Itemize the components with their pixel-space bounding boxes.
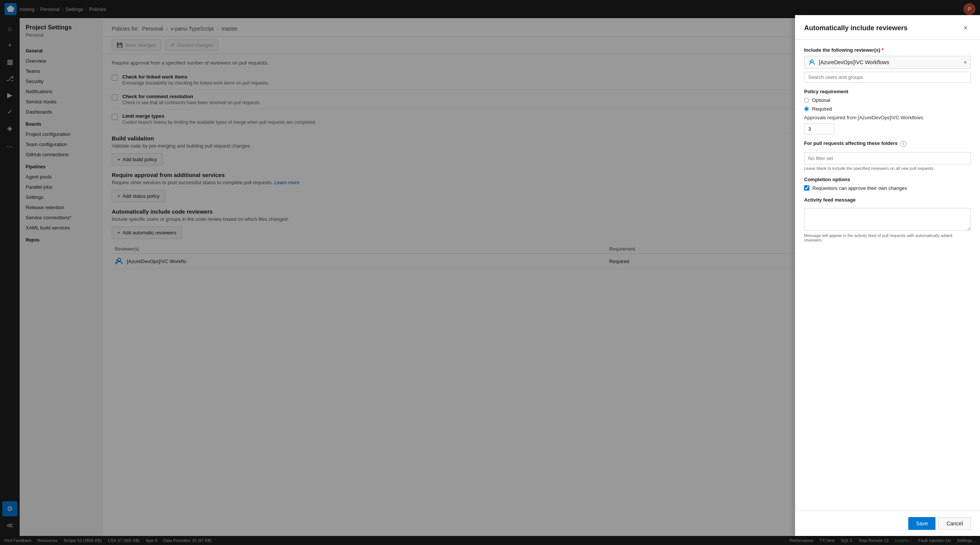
radio-optional-input[interactable] xyxy=(804,98,809,103)
folder-filter-input[interactable] xyxy=(804,152,971,165)
search-users-input[interactable] xyxy=(804,72,971,83)
svg-point-3 xyxy=(809,61,810,62)
approvals-input[interactable] xyxy=(804,124,834,134)
completion-options-group: Completion options Requestors can approv… xyxy=(804,176,971,191)
reviewer-tag-name: [AzureDevOps]\VC Workflows xyxy=(819,59,889,65)
reviewer-field-label: Include the following reviewer(s) * xyxy=(804,47,971,53)
activity-feed-group: Activity feed message Message will appea… xyxy=(804,197,971,242)
approvals-label: Approvals required from [AzureDevOps]\VC… xyxy=(804,115,971,121)
radio-required-input[interactable] xyxy=(804,106,809,111)
modal-footer: Save Cancel xyxy=(795,511,980,536)
reviewer-field-group: Include the following reviewer(s) * [Azu… xyxy=(804,47,971,83)
completion-checkbox-item[interactable]: Requestors can approve their own changes xyxy=(804,185,971,191)
folder-info-icon[interactable]: i xyxy=(900,141,907,147)
folder-filter-label: For pull requests affecting these folder… xyxy=(804,140,971,147)
activity-hint: Message will appear in the activity feed… xyxy=(804,233,971,242)
save-button[interactable]: Save xyxy=(908,517,935,530)
modal-close-button[interactable]: × xyxy=(960,23,971,33)
modal-title: Automatically include reviewers xyxy=(804,24,907,32)
radio-required[interactable]: Required xyxy=(804,106,971,112)
reviewer-tag-remove-button[interactable]: × xyxy=(964,59,967,65)
activity-feed-label: Activity feed message xyxy=(804,197,971,203)
modal-body: Include the following reviewer(s) * [Azu… xyxy=(795,40,980,511)
policy-requirement-group: Policy requirement Optional Required App… xyxy=(804,89,971,134)
modal-header: Automatically include reviewers × xyxy=(795,15,980,40)
policy-requirement-label: Policy requirement xyxy=(804,89,971,94)
radio-optional[interactable]: Optional xyxy=(804,97,971,103)
folder-filter-group: For pull requests affecting these folder… xyxy=(804,140,971,171)
radio-group: Optional Required xyxy=(804,97,971,112)
modal: Automatically include reviewers × Includ… xyxy=(795,15,980,536)
completion-checkbox-label: Requestors can approve their own changes xyxy=(812,185,907,191)
completion-checkbox[interactable] xyxy=(804,185,809,191)
completion-options-label: Completion options xyxy=(804,176,971,182)
reviewer-tag: [AzureDevOps]\VC Workflows × xyxy=(804,56,971,69)
svg-point-2 xyxy=(811,60,813,62)
activity-feed-textarea[interactable] xyxy=(804,208,971,230)
folder-hint: Leave blank to include the specified rev… xyxy=(804,166,971,171)
reviewer-tag-icon xyxy=(808,59,816,66)
cancel-button[interactable]: Cancel xyxy=(939,517,971,530)
